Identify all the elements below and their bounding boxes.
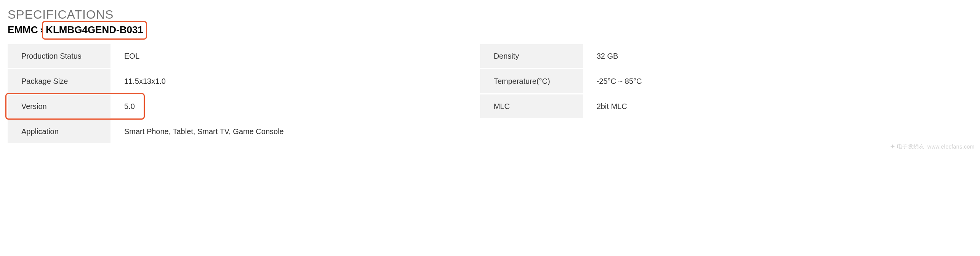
watermark-text: 电子发烧友 [897,143,925,150]
watermark-url: www.elecfans.com [927,144,975,150]
spec-label: Package Size [8,69,110,93]
breadcrumb-product[interactable]: KLMBG4GEND-B031 [46,24,143,35]
table-row: Production Status EOL Density 32 GB [8,44,972,68]
spec-label: Temperature(°C) [480,69,583,93]
breadcrumb-product-wrap: KLMBG4GEND-B031 [46,24,143,36]
watermark: ✦ 电子发烧友 www.elecfans.com [890,143,975,150]
breadcrumb-category[interactable]: EMMC [8,24,38,36]
spec-value: 32 GB [583,44,972,68]
spec-label: Version [8,94,110,118]
spec-label-text: Version [21,102,47,110]
specifications-table: Production Status EOL Density 32 GB Pack… [8,43,972,145]
spec-value: 2bit MLC [583,94,972,118]
spec-value: EOL [110,44,480,68]
spec-label: Density [480,44,583,68]
spec-label: MLC [480,94,583,118]
spec-value: 11.5x13x1.0 [110,69,480,93]
table-row: Package Size 11.5x13x1.0 Temperature(°C)… [8,69,972,93]
section-heading: SPECIFICATIONS [8,8,972,22]
spec-label: Application [8,120,110,143]
spec-value: 5.0 [110,94,480,118]
breadcrumb-separator: › [40,24,43,36]
spec-value: Smart Phone, Tablet, Smart TV, Game Cons… [110,120,972,143]
spec-value: -25°C ~ 85°C [583,69,972,93]
breadcrumb: EMMC › KLMBG4GEND-B031 [8,24,972,36]
table-row: Application Smart Phone, Tablet, Smart T… [8,120,972,143]
table-row: Version 5.0 MLC 2bit MLC [8,94,972,118]
spec-label: Production Status [8,44,110,68]
watermark-icon: ✦ [890,143,895,150]
